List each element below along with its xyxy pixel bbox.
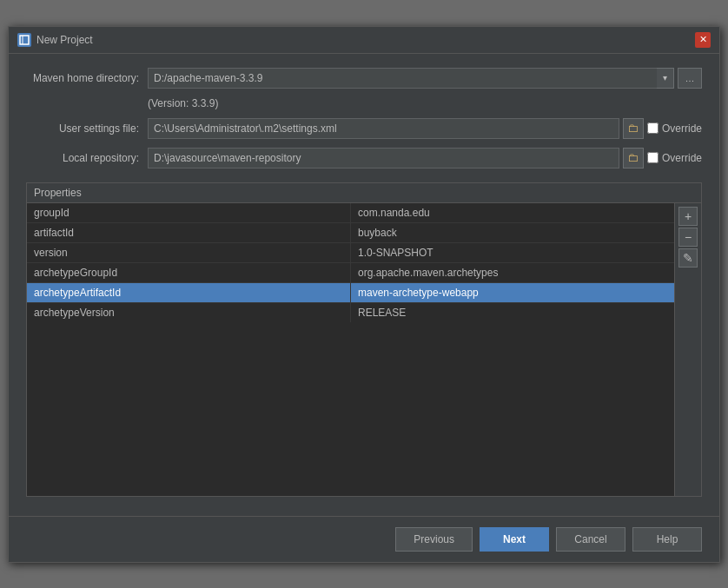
property-value: maven-archetype-webapp [351, 282, 675, 302]
local-repo-input[interactable] [148, 148, 619, 168]
property-value: 1.0-SNAPSHOT [351, 242, 675, 262]
maven-home-input-group: ▾ … [148, 68, 702, 89]
property-key: version [27, 242, 351, 262]
user-settings-folder-btn[interactable]: 🗀 [623, 118, 644, 139]
add-property-btn[interactable]: + [678, 207, 698, 226]
version-text: (Version: 3.3.9) [26, 97, 702, 109]
dialog-icon [17, 33, 31, 47]
properties-empty-area [27, 322, 674, 496]
property-key: groupId [27, 203, 351, 223]
next-button[interactable]: Next [480, 527, 549, 552]
local-repo-override-checkbox[interactable] [647, 152, 659, 163]
property-key: archetypeVersion [27, 302, 351, 322]
table-row[interactable]: artifactId buyback [27, 222, 674, 242]
property-value: buyback [351, 222, 675, 242]
properties-table-container: groupId com.nanda.edu artifactId buyback… [27, 203, 674, 496]
local-repo-folder-btn[interactable]: 🗀 [623, 148, 644, 168]
previous-button[interactable]: Previous [395, 527, 473, 552]
table-row[interactable]: version 1.0-SNAPSHOT [27, 242, 674, 262]
properties-table: groupId com.nanda.edu artifactId buyback… [27, 203, 674, 322]
property-value: RELEASE [351, 302, 675, 322]
maven-home-field-wrapper: ▾ [148, 68, 674, 89]
property-value: org.apache.maven.archetypes [351, 262, 675, 282]
maven-home-row: Maven home directory: ▾ … [26, 68, 702, 89]
properties-header: Properties [27, 183, 701, 203]
close-button[interactable]: ✕ [695, 32, 711, 48]
property-key: archetypeArtifactId [27, 282, 351, 302]
properties-section: Properties groupId com.nanda.edu artifac… [26, 182, 702, 497]
dialog-footer: Previous Next Cancel Help [9, 516, 719, 562]
title-bar: New Project ✕ [9, 27, 719, 54]
maven-home-label: Maven home directory: [26, 72, 139, 84]
table-row[interactable]: archetypeArtifactId maven-archetype-weba… [27, 282, 674, 302]
user-settings-override-label: Override [647, 122, 702, 135]
dialog-title: New Project [36, 34, 93, 46]
local-repo-override-label: Override [647, 152, 702, 164]
cancel-button[interactable]: Cancel [556, 527, 625, 552]
maven-home-dropdown-btn[interactable]: ▾ [657, 68, 674, 89]
property-key: artifactId [27, 222, 351, 242]
edit-property-btn[interactable]: ✎ [678, 248, 698, 268]
new-project-dialog: New Project ✕ Maven home directory: ▾ … … [8, 26, 720, 563]
local-repo-label: Local repository: [26, 152, 139, 164]
table-row[interactable]: archetypeVersion RELEASE [27, 302, 674, 322]
properties-wrapper: groupId com.nanda.edu artifactId buyback… [27, 203, 701, 496]
user-settings-override-checkbox[interactable] [647, 122, 659, 134]
help-button[interactable]: Help [632, 527, 702, 552]
maven-home-browse-btn[interactable]: … [678, 68, 702, 89]
local-repo-row: Local repository: 🗀 Override [26, 148, 702, 168]
property-key: archetypeGroupId [27, 262, 351, 282]
title-bar-left: New Project [17, 33, 93, 47]
dialog-body: Maven home directory: ▾ … (Version: 3.3.… [9, 54, 719, 516]
maven-home-input[interactable] [148, 68, 657, 89]
user-settings-input[interactable] [148, 118, 619, 139]
table-row[interactable]: groupId com.nanda.edu [27, 203, 674, 223]
properties-side-buttons: + − ✎ [674, 203, 701, 496]
svg-rect-0 [20, 36, 29, 44]
user-settings-label: User settings file: [26, 122, 139, 135]
user-settings-input-group: 🗀 Override [148, 118, 702, 139]
property-value: com.nanda.edu [351, 203, 675, 223]
local-repo-input-group: 🗀 Override [148, 148, 702, 168]
remove-property-btn[interactable]: − [678, 228, 698, 247]
table-row[interactable]: archetypeGroupId org.apache.maven.archet… [27, 262, 674, 282]
user-settings-row: User settings file: 🗀 Override [26, 118, 702, 139]
